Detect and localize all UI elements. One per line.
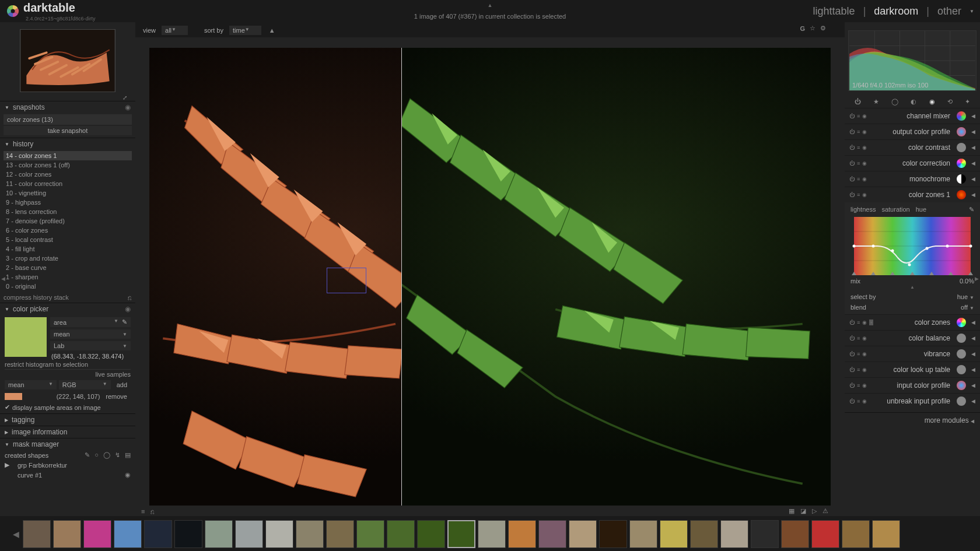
history-item[interactable]: 9 - highpass — [4, 198, 132, 207]
tab-effect-icon[interactable]: ✦ — [965, 98, 970, 106]
reset-icon[interactable]: ◉ — [862, 113, 867, 119]
display-icon[interactable]: ▦ — [789, 507, 794, 515]
filmstrip-thumb[interactable] — [83, 520, 111, 548]
power-icon[interactable]: ⏻ — [849, 176, 855, 182]
star-icon[interactable]: ☆ — [810, 24, 816, 32]
path-icon[interactable]: ↯ — [115, 451, 120, 459]
colorpicker-header[interactable]: ▼color picker◉ — [0, 303, 135, 315]
compress-history-button[interactable]: compress history stack⎌ — [0, 292, 135, 303]
tab-tone-icon[interactable]: ◐ — [911, 98, 916, 106]
group-icon[interactable]: G — [800, 25, 805, 32]
reset-icon[interactable]: ◉ — [862, 320, 867, 325]
tab-correction-icon[interactable]: ⟲ — [947, 98, 953, 106]
power-icon[interactable]: ⏻ — [849, 367, 855, 373]
multi-instance-icon[interactable]: ≡ — [857, 192, 860, 198]
power-icon[interactable]: ⏻ — [849, 160, 855, 166]
cz-tab-lightness[interactable]: lightness — [850, 206, 876, 213]
mask-indicator-icon[interactable]: ▫ — [869, 320, 873, 325]
chevron-left-icon[interactable]: ◀ — [971, 160, 975, 166]
gear-icon[interactable]: ⚙ — [820, 24, 826, 32]
module-color-zones-1[interactable]: ⏻≡◉color zones 1◀ — [845, 187, 980, 202]
chevron-left-icon[interactable]: ◀ — [971, 192, 975, 198]
chevron-down-icon[interactable]: ▼ — [970, 9, 974, 14]
take-snapshot-button[interactable]: take snapshot — [4, 126, 132, 135]
reset-icon[interactable]: ◉ — [862, 382, 867, 388]
history-item[interactable]: 2 - base curve — [4, 263, 132, 272]
history-item[interactable]: 7 - denoise (profiled) — [4, 216, 132, 226]
filmstrip-thumb[interactable] — [842, 520, 870, 548]
tab-basic-icon[interactable]: ◯ — [891, 98, 898, 106]
power-icon[interactable]: ⏻ — [849, 192, 855, 198]
history-item[interactable]: 5 - local contrast — [4, 235, 132, 244]
overexposed-icon[interactable]: ⚠ — [822, 507, 828, 515]
reset-icon[interactable]: ◉ — [862, 176, 867, 182]
chevron-left-icon[interactable]: ◀ — [971, 398, 975, 404]
sample-stat-dropdown[interactable]: mean▼ — [5, 380, 57, 389]
history-item[interactable]: 11 - color correction — [4, 179, 132, 188]
picker-space-dropdown[interactable]: Lab▼ — [50, 341, 131, 350]
tab-favorites-icon[interactable]: ★ — [873, 98, 879, 106]
filmstrip-thumb[interactable] — [447, 520, 475, 548]
history-item[interactable]: 8 - lens correction — [4, 207, 132, 216]
expand-top-icon[interactable]: ▲ — [488, 2, 493, 8]
filmstrip-thumb[interactable] — [114, 520, 142, 548]
eyedropper-icon[interactable]: ✎ — [969, 206, 974, 213]
history-item[interactable]: 10 - vignetting — [4, 188, 132, 198]
cz-tab-saturation[interactable]: saturation — [881, 206, 909, 213]
history-item[interactable]: 3 - crop and rotate — [4, 254, 132, 263]
presets-icon[interactable]: ≡ — [141, 508, 145, 515]
power-icon[interactable]: ⏻ — [849, 113, 855, 119]
chevron-left-icon[interactable]: ◀ — [971, 320, 975, 325]
image-canvas[interactable] — [149, 48, 831, 506]
mask-group[interactable]: ▶grp Farbkorrektur — [0, 460, 135, 470]
multi-instance-icon[interactable]: ≡ — [857, 367, 860, 373]
collapse-right-icon[interactable]: ▶ — [975, 276, 979, 282]
history-item[interactable]: 12 - color zones — [4, 170, 132, 179]
imageinfo-header[interactable]: ▶image information — [0, 426, 135, 438]
power-icon[interactable]: ⏻ — [849, 382, 855, 388]
multi-instance-icon[interactable]: ≡ — [857, 176, 860, 182]
filmstrip-thumb[interactable] — [508, 520, 536, 548]
histogram[interactable]: 1/640 f/4.0 102mm iso 100 — [848, 30, 977, 91]
circle-icon[interactable]: ○ — [94, 451, 99, 459]
collapse-left-icon[interactable]: ◀ — [1, 276, 5, 282]
sample-space-dropdown[interactable]: RGB▼ — [59, 380, 111, 389]
maskmanager-header[interactable]: ▼mask manager — [0, 438, 135, 450]
module-color-contrast[interactable]: ⏻≡◉color contrast◀ — [845, 139, 980, 155]
filmstrip-thumb[interactable] — [872, 520, 900, 548]
softproof-icon[interactable]: ◪ — [800, 507, 806, 515]
history-item[interactable]: 4 - fill light — [4, 244, 132, 254]
thumb-zoom-icon[interactable]: ⤢ — [0, 94, 135, 101]
remove-sample-button[interactable]: remove — [102, 392, 131, 401]
reset-icon[interactable]: ◉ — [862, 160, 867, 166]
history-item[interactable]: 0 - original — [4, 282, 132, 291]
reset-icon[interactable]: ◉ — [862, 351, 867, 357]
gradient-icon[interactable]: ▤ — [125, 451, 131, 459]
history-item[interactable]: 13 - color zones 1 (off) — [4, 160, 132, 170]
filmstrip-thumb[interactable] — [569, 520, 597, 548]
blend-dropdown[interactable]: off ▼ — [961, 304, 974, 311]
colorpicker-area-box[interactable] — [327, 268, 366, 293]
snapshot-split-line[interactable] — [401, 48, 402, 506]
gear-icon[interactable]: ◉ — [125, 103, 131, 111]
history-header[interactable]: ▼history — [0, 138, 135, 150]
filmstrip-thumb[interactable] — [417, 520, 445, 548]
selectby-dropdown[interactable]: hue ▼ — [957, 293, 974, 300]
view-darkroom[interactable]: darkroom — [874, 5, 918, 17]
snapshot-item[interactable]: color zones (13) — [4, 114, 132, 125]
brush-icon[interactable]: ✎ — [85, 451, 90, 459]
tab-color-icon[interactable]: ◉ — [929, 98, 935, 106]
filmstrip-thumb[interactable] — [538, 520, 566, 548]
filmstrip-thumb[interactable] — [296, 520, 324, 548]
chevron-left-icon[interactable]: ◀ — [971, 351, 975, 357]
filmstrip-thumb[interactable] — [235, 520, 263, 548]
filmstrip-thumb[interactable] — [387, 520, 415, 548]
styles-icon[interactable]: ⎌ — [150, 508, 155, 515]
filmstrip-thumb[interactable] — [144, 520, 172, 548]
history-item[interactable]: 1 - sharpen — [4, 272, 132, 282]
module-monochrome[interactable]: ⏻≡◉monochrome◀ — [845, 171, 980, 187]
gear-icon[interactable]: ◉ — [125, 471, 131, 479]
chevron-left-icon[interactable]: ◀ — [971, 129, 975, 135]
multi-instance-icon[interactable]: ≡ — [857, 129, 860, 135]
sort-dropdown[interactable]: time ▼ — [229, 26, 261, 35]
